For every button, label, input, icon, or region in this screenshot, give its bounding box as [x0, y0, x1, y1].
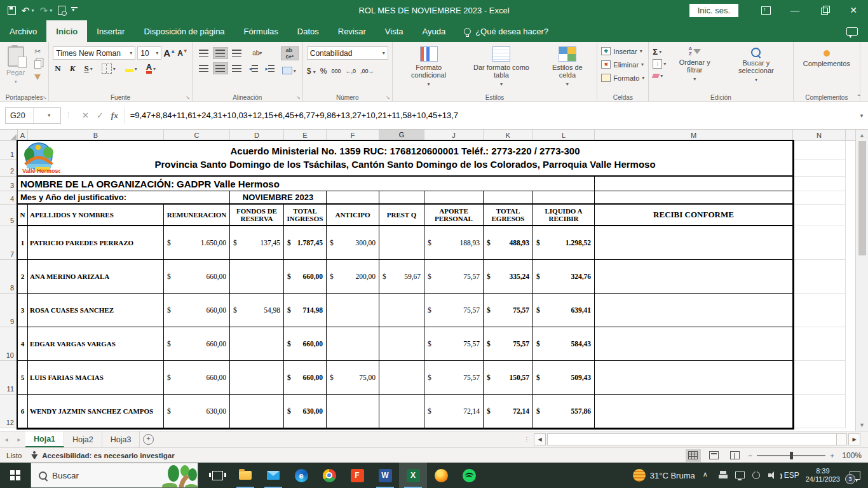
- tab-revisar[interactable]: Revisar: [329, 20, 376, 42]
- taskbar-app-word[interactable]: W: [371, 463, 399, 488]
- taskbar-app-mail[interactable]: [259, 463, 287, 488]
- orientation-button[interactable]: ab̷▾: [250, 47, 265, 59]
- minimize-button[interactable]: —: [780, 0, 810, 20]
- cell-recibi-conforme[interactable]: [595, 260, 793, 294]
- cell-n[interactable]: 3: [18, 294, 28, 327]
- align-right-button[interactable]: [229, 62, 245, 74]
- tab-ayuda[interactable]: Ayuda: [413, 20, 456, 42]
- cell-remuneracion[interactable]: $660,00: [164, 294, 230, 327]
- print-preview-icon[interactable]: [58, 6, 65, 15]
- cell-anticipo[interactable]: [327, 294, 379, 327]
- increase-decimal-button[interactable]: ←,0: [345, 68, 356, 74]
- find-select-button[interactable]: Buscar y seleccionar▾: [723, 45, 789, 85]
- restore-button[interactable]: [810, 0, 839, 20]
- cell-apellidos-nombres[interactable]: LUIS FARIAS MACIAS: [28, 361, 164, 395]
- empty-grid-cell[interactable]: [793, 160, 846, 177]
- empty-cell[interactable]: [533, 191, 595, 205]
- autosum-button[interactable]: Σ▾: [653, 46, 666, 57]
- cell-anticipo[interactable]: [327, 395, 379, 428]
- cell-apellidos-nombres[interactable]: PATRICIO PAREDES PERRAZO: [28, 226, 164, 260]
- font-size-combo[interactable]: 10▾: [137, 46, 161, 60]
- cell-anticipo[interactable]: $300,00: [327, 226, 379, 260]
- cell-total-egresos[interactable]: $75,57: [484, 327, 533, 361]
- taskbar-search[interactable]: Buscar: [31, 463, 198, 488]
- cell-styles-button[interactable]: Estilos de celda▾: [541, 45, 593, 90]
- cell-fondos-reserva[interactable]: $137,45: [230, 226, 284, 260]
- tab-archivo[interactable]: Archivo: [0, 20, 46, 42]
- close-button[interactable]: ✕: [839, 0, 868, 20]
- taskbar-app-task-view[interactable]: [203, 463, 231, 488]
- cell-remuneracion[interactable]: $1.650,00: [164, 226, 230, 260]
- collapse-ribbon-icon[interactable]: ⌃: [857, 93, 862, 100]
- cell-total-ingresos[interactable]: $660,00: [284, 361, 327, 395]
- decrease-indent-button[interactable]: ◂: [246, 62, 261, 74]
- cell-prest-q[interactable]: $59,67: [379, 260, 424, 294]
- increase-indent-button[interactable]: ▸: [262, 62, 278, 74]
- cell-total-ingresos[interactable]: $1.787,45: [284, 226, 327, 260]
- tell-me-box[interactable]: ¿Qué desea hacer?: [455, 20, 557, 42]
- name-box-caret-icon[interactable]: ▾: [33, 108, 61, 123]
- borders-button[interactable]: ▾: [100, 64, 118, 74]
- cell-recibi-conforme[interactable]: [595, 327, 793, 361]
- insert-function-icon[interactable]: fx: [111, 111, 118, 121]
- cell-recibi-conforme[interactable]: [595, 226, 793, 260]
- conditional-formatting-button[interactable]: Formato condicional▾: [397, 45, 461, 90]
- save-icon[interactable]: [8, 6, 16, 15]
- row-header-12[interactable]: 12: [0, 395, 18, 428]
- sheet-nav-left-icon[interactable]: ◂: [0, 431, 13, 447]
- weather-widget[interactable]: 31°C Bruma: [633, 469, 695, 482]
- tray-chevron-up-icon[interactable]: [702, 470, 712, 480]
- volume-icon[interactable]: [768, 470, 778, 480]
- grow-font-icon[interactable]: A▲: [163, 48, 175, 58]
- number-format-combo[interactable]: Contabilidad▾: [307, 46, 388, 60]
- cell-apellidos-nombres[interactable]: ANA MERINO ARIZALA: [28, 260, 164, 294]
- customize-qat-icon[interactable]: [71, 7, 78, 13]
- empty-grid-cell[interactable]: [793, 177, 846, 191]
- empty-grid-cell[interactable]: [793, 226, 846, 260]
- cell-n[interactable]: 5: [18, 361, 28, 395]
- tab-disposicion-de-pagina[interactable]: Disposición de página: [134, 20, 234, 42]
- fill-button[interactable]: ↓▾: [653, 58, 666, 69]
- name-box[interactable]: G20 ▾: [5, 107, 61, 124]
- scroll-right-icon[interactable]: ▶: [848, 433, 860, 445]
- empty-cell[interactable]: [595, 177, 793, 191]
- font-color-button[interactable]: A▾: [144, 64, 158, 74]
- taskbar-app-spotify[interactable]: [455, 463, 483, 488]
- org-name-cell[interactable]: NOMBRE DE LA ORGANIZACIÓN: GADPR Valle H…: [18, 177, 595, 191]
- cell-anticipo[interactable]: $200,00: [327, 260, 379, 294]
- cell-apellidos-nombres[interactable]: EDGAR VARGAS VARGAS: [28, 327, 164, 361]
- align-center-button[interactable]: [213, 62, 228, 74]
- empty-grid-cell[interactable]: [793, 327, 846, 361]
- cell-fondos-reserva[interactable]: [230, 361, 284, 395]
- column-header-m[interactable]: M: [595, 130, 793, 141]
- empty-cell[interactable]: [327, 191, 379, 205]
- empty-cell[interactable]: [595, 191, 793, 205]
- addins-button[interactable]: Complementos: [801, 45, 853, 69]
- cell-liquido-recibir[interactable]: $1.298,52: [533, 226, 595, 260]
- taskbar-app-excel[interactable]: X: [399, 463, 427, 488]
- cell-remuneracion[interactable]: $660,00: [164, 327, 230, 361]
- cell-recibi-conforme[interactable]: [595, 361, 793, 395]
- row-header-1[interactable]: 1: [0, 141, 18, 160]
- row-header-4[interactable]: 4: [0, 191, 18, 205]
- cell-apellidos-nombres[interactable]: ROSA CUASES SANCHEZ: [28, 294, 164, 327]
- row-header-10[interactable]: 10: [0, 327, 18, 361]
- row-header-11[interactable]: 11: [0, 361, 18, 395]
- cell-aporte-personal[interactable]: $75,57: [424, 260, 484, 294]
- cell-liquido-recibir[interactable]: $509,43: [533, 361, 595, 395]
- cell-liquido-recibir[interactable]: $584,43: [533, 327, 595, 361]
- cell-recibi-conforme[interactable]: [595, 294, 793, 327]
- percent-style-button[interactable]: %: [320, 67, 327, 76]
- cell-anticipo[interactable]: $75,00: [327, 361, 379, 395]
- align-top-button[interactable]: [196, 47, 212, 59]
- clock[interactable]: 8:39 24/11/2023: [806, 467, 840, 484]
- cell-aporte-personal[interactable]: $188,93: [424, 226, 484, 260]
- insert-cells-button[interactable]: ✚Insertar▾: [601, 45, 642, 57]
- empty-grid-cell[interactable]: [793, 361, 846, 395]
- horizontal-scroll-track[interactable]: [547, 433, 847, 445]
- period-value-cell[interactable]: NOVIEMBRE 2023: [230, 191, 327, 205]
- cell-prest-q[interactable]: [379, 294, 424, 327]
- cell-n[interactable]: 6: [18, 395, 28, 428]
- ribbon-display-options-button[interactable]: [751, 0, 780, 20]
- row-header-2[interactable]: 2: [0, 160, 18, 177]
